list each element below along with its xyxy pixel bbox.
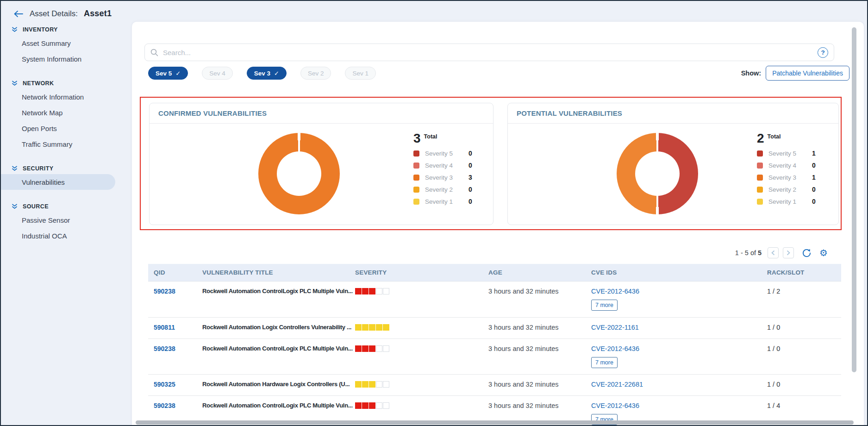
legend-row: Severity 40 (413, 162, 472, 169)
vertical-scrollbar[interactable] (852, 27, 856, 372)
qid-link[interactable]: 590811 (154, 324, 202, 331)
vulnerabilities-table: QID VULNERABILITY TITLE SEVERITY AGE CVE… (148, 264, 841, 426)
more-cves-button[interactable]: 7 more (591, 300, 618, 311)
check-icon: ✓ (274, 70, 279, 77)
show-filter-dropdown[interactable]: Patchable Vulnerabilities (766, 66, 849, 81)
sidebar-item-vulnerabilities[interactable]: Vulnerabilities (1, 174, 115, 190)
legend-row: Severity 33 (413, 174, 472, 181)
table-row: 590238 Rockwell Automation ControlLogix … (148, 282, 841, 318)
age-cell: 3 hours and 32 minutes (488, 288, 591, 295)
vulnerability-title[interactable]: Rockwell Automation Hardware Logix Contr… (202, 381, 355, 388)
sidebar: INVENTORY Asset Summary System Informati… (1, 20, 132, 244)
sidebar-item-industrial-oca[interactable]: Industrial OCA (1, 228, 132, 244)
potential-vulnerabilities-card: POTENTIAL VULNERABILITIES 2 Total Severi… (507, 103, 839, 225)
vulnerability-title[interactable]: Rockwell Automation ControlLogix PLC Mul… (202, 402, 355, 409)
severity-bar (355, 288, 488, 294)
prev-page-button[interactable] (768, 247, 779, 258)
check-icon: ✓ (175, 70, 181, 77)
cve-link[interactable]: CVE-2012-6436 (591, 345, 639, 352)
horizontal-scrollbar[interactable] (136, 420, 854, 425)
double-chevron-icon (11, 165, 18, 172)
severity-bar (355, 324, 488, 331)
severity5-swatch (413, 150, 419, 157)
help-icon[interactable]: ? (818, 47, 828, 58)
severity2-swatch (413, 187, 419, 193)
legend-row: Severity 40 (757, 162, 816, 169)
sev4-filter-button[interactable]: Sev 4 (202, 67, 233, 80)
qid-link[interactable]: 590238 (154, 288, 202, 295)
card-title: POTENTIAL VULNERABILITIES (508, 103, 838, 124)
severity-bar (355, 381, 488, 388)
search-bar: ? (144, 44, 834, 61)
sidebar-item-passive-sensor[interactable]: Passive Sensor (1, 212, 132, 228)
cve-link[interactable]: CVE-2012-6436 (591, 402, 639, 409)
severity2-swatch (757, 187, 763, 193)
refresh-button[interactable] (802, 248, 812, 258)
sidebar-item-open-ports[interactable]: Open Ports (1, 120, 132, 136)
cve-cell: CVE-2012-6436 7 more (591, 345, 767, 368)
chevron-left-icon (771, 250, 775, 256)
severity4-swatch (757, 163, 763, 169)
sidebar-item-traffic-summary[interactable]: Traffic Summary (1, 136, 132, 152)
sidebar-section-inventory[interactable]: INVENTORY (1, 24, 132, 35)
sidebar-item-asset-summary[interactable]: Asset Summary (1, 35, 132, 51)
potential-donut-chart (617, 133, 698, 214)
sidebar-item-network-map[interactable]: Network Map (1, 105, 132, 120)
search-icon (150, 49, 158, 56)
vulnerability-title[interactable]: Rockwell Automation ControlLogix PLC Mul… (202, 288, 355, 294)
total-count: 2 (757, 132, 764, 145)
severity3-swatch (757, 175, 763, 181)
severity1-swatch (413, 199, 419, 205)
severity3-swatch (413, 175, 419, 181)
chart-legend: 3 Total Severity 50 Severity 40 Severity… (413, 132, 472, 205)
table-header: QID VULNERABILITY TITLE SEVERITY AGE CVE… (148, 264, 841, 282)
sidebar-item-network-information[interactable]: Network Information (1, 89, 132, 105)
qid-link[interactable]: 590238 (154, 402, 202, 409)
qid-link[interactable]: 590325 (154, 381, 202, 388)
sev5-filter-button[interactable]: Sev 5✓ (148, 67, 188, 80)
sidebar-item-system-information[interactable]: System Information (1, 51, 132, 67)
donut-hole (277, 151, 321, 196)
refresh-icon (802, 248, 812, 258)
donut-hole (635, 151, 680, 196)
next-page-button[interactable] (783, 247, 794, 258)
sidebar-section-security[interactable]: SECURITY (1, 163, 132, 174)
rack-slot-cell: 1 / 2 (767, 288, 841, 295)
charts-highlight-box: CONFIRMED VULNERABILITIES 3 Total Severi… (140, 97, 842, 230)
cve-cell: CVE-2021-22681 (591, 381, 767, 388)
cve-link[interactable]: CVE-2022-1161 (591, 324, 639, 331)
confirmed-vulnerabilities-card: CONFIRMED VULNERABILITIES 3 Total Severi… (149, 103, 493, 225)
back-arrow-icon[interactable] (13, 10, 24, 18)
pagination: 1 - 5 of5 ⚙ (735, 247, 828, 259)
vulnerability-title[interactable]: Rockwell Automation Logix Controllers Vu… (202, 324, 355, 331)
search-input[interactable] (163, 49, 818, 56)
legend-row: Severity 20 (413, 186, 472, 193)
age-cell: 3 hours and 32 minutes (488, 345, 591, 352)
cve-cell: CVE-2022-1161 (591, 324, 767, 331)
confirmed-donut-chart (258, 133, 340, 214)
gear-icon: ⚙ (819, 248, 828, 257)
sev3-filter-button[interactable]: Sev 3✓ (247, 67, 287, 80)
chevron-right-icon (786, 250, 791, 256)
legend-row: Severity 50 (413, 150, 472, 157)
rack-slot-cell: 1 / 0 (767, 345, 841, 352)
cve-link[interactable]: CVE-2021-22681 (591, 381, 643, 388)
cve-link[interactable]: CVE-2012-6436 (591, 288, 639, 295)
age-cell: 3 hours and 32 minutes (488, 324, 591, 331)
sidebar-section-source[interactable]: SOURCE (1, 201, 132, 212)
more-cves-button[interactable]: 7 more (591, 357, 618, 368)
sidebar-section-network[interactable]: NETWORK (1, 78, 132, 89)
qid-link[interactable]: 590238 (154, 345, 202, 352)
severity5-swatch (757, 150, 763, 157)
double-chevron-icon (11, 203, 18, 210)
sev2-filter-button[interactable]: Sev 2 (300, 67, 331, 80)
chart-legend: 2 Total Severity 51 Severity 40 Severity… (757, 132, 816, 205)
legend-row: Severity 10 (757, 198, 816, 205)
settings-button[interactable]: ⚙ (819, 248, 828, 257)
table-row: 590238 Rockwell Automation ControlLogix … (148, 339, 841, 375)
total-label: Total (424, 133, 437, 140)
double-chevron-icon (11, 26, 18, 33)
cve-cell: CVE-2012-6436 7 more (591, 288, 767, 311)
vulnerability-title[interactable]: Rockwell Automation ControlLogix PLC Mul… (202, 345, 355, 352)
sev1-filter-button[interactable]: Sev 1 (345, 67, 376, 80)
